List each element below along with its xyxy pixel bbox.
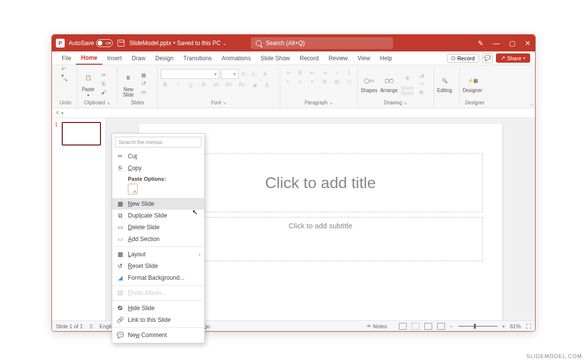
menu-layout[interactable]: ▦Layout›: [112, 248, 204, 260]
shapes-button[interactable]: ◯▭Shapes: [361, 74, 377, 93]
drawing-dialog-launcher[interactable]: ↘: [403, 100, 407, 105]
smartart-button[interactable]: ◫: [344, 78, 353, 85]
font-size-combo[interactable]: ▾: [221, 69, 239, 79]
pen-icon[interactable]: ✎: [477, 40, 484, 47]
filename[interactable]: SlideModel.pptx: [129, 40, 171, 47]
title-placeholder[interactable]: Click to add title: [158, 153, 483, 212]
minimize-button[interactable]: —: [493, 40, 500, 47]
shadow-button[interactable]: ab: [212, 81, 220, 88]
increase-font-button[interactable]: A↑: [240, 71, 249, 77]
menu-cut[interactable]: ✂Cut: [112, 150, 204, 162]
record-button[interactable]: Record: [447, 54, 479, 63]
tab-file[interactable]: File: [57, 51, 76, 65]
italic-button[interactable]: I: [173, 81, 182, 88]
fit-to-window-button[interactable]: ⛶: [526, 323, 531, 329]
slide-thumbnail-1[interactable]: [62, 122, 101, 146]
tab-design[interactable]: Design: [150, 51, 178, 65]
bold-button[interactable]: B: [161, 81, 170, 88]
zoom-in-button[interactable]: +: [502, 323, 505, 329]
qa-customize-button[interactable]: ⇱ ▾: [56, 111, 64, 116]
menu-duplicate-slide[interactable]: ⧉Duplicate Slide: [112, 210, 204, 221]
numbering-button[interactable]: ≣: [295, 69, 304, 76]
paste-option-keep-text[interactable]: [128, 184, 138, 194]
menu-search-input[interactable]: Search the menus: [115, 137, 201, 147]
section-button[interactable]: ▭: [139, 89, 148, 96]
font-family-combo[interactable]: ▾: [161, 69, 220, 79]
menu-new-comment[interactable]: 💬New Comment: [112, 329, 204, 341]
tab-view[interactable]: View: [353, 51, 375, 65]
copy-button[interactable]: ⎘: [99, 80, 108, 87]
columns-button[interactable]: ▥: [332, 78, 341, 85]
clear-format-button[interactable]: A̷: [261, 71, 270, 77]
bullets-button[interactable]: ≔: [283, 69, 292, 76]
notes-button[interactable]: ≐Notes: [367, 323, 387, 329]
underline-button[interactable]: U: [186, 81, 195, 88]
paste-button[interactable]: 📋 Paste ▾: [80, 70, 96, 97]
chevron-down-icon[interactable]: ⌄: [222, 41, 226, 46]
tab-slideshow[interactable]: Slide Show: [256, 51, 295, 65]
tab-draw[interactable]: Draw: [127, 51, 150, 65]
collapse-ribbon-button[interactable]: ⌵: [530, 101, 533, 107]
highlight-button[interactable]: ◢: [250, 81, 259, 88]
menu-add-section[interactable]: ▭Add Section: [112, 233, 204, 245]
new-slide-button[interactable]: 🗎 New Slide: [121, 70, 136, 97]
subtitle-placeholder[interactable]: Click to add subtitle: [158, 217, 483, 261]
shape-effects-button[interactable]: ◉: [417, 89, 426, 96]
font-dialog-launcher[interactable]: ↘: [222, 100, 226, 105]
comments-button[interactable]: 💬: [482, 53, 493, 63]
undo-button[interactable]: ↶ ▾: [61, 69, 70, 76]
save-icon[interactable]: [118, 40, 124, 47]
format-painter-button[interactable]: 🖌: [99, 89, 108, 96]
reset-button[interactable]: ↺: [139, 80, 148, 87]
autosave-toggle[interactable]: Off: [96, 39, 113, 47]
menu-new-slide[interactable]: ▦New Slide: [112, 198, 204, 210]
zoom-level[interactable]: 61%: [510, 323, 521, 329]
tab-review[interactable]: Review: [323, 51, 352, 65]
redo-button[interactable]: ↷: [61, 77, 70, 84]
menu-copy[interactable]: ⎘Copy: [112, 162, 204, 174]
font-color-button[interactable]: A: [263, 81, 271, 88]
increase-indent-button[interactable]: ⇥: [320, 69, 329, 76]
paragraph-dialog-launcher[interactable]: ↘: [329, 100, 333, 105]
tab-animations[interactable]: Animations: [217, 51, 255, 65]
share-button[interactable]: ↗Share▾: [496, 53, 530, 63]
search-input[interactable]: Search (Alt+Q): [251, 37, 393, 49]
close-button[interactable]: ✕: [524, 40, 531, 47]
text-direction-button[interactable]: ↧: [344, 69, 353, 76]
tab-help[interactable]: Help: [375, 51, 397, 65]
thumbnail-row-1[interactable]: 1: [55, 122, 102, 146]
tab-transitions[interactable]: Transitions: [178, 51, 217, 65]
tab-record[interactable]: Record: [295, 51, 324, 65]
decrease-font-button[interactable]: A↓: [250, 71, 259, 77]
editing-button[interactable]: 🔍Editing: [437, 74, 452, 93]
shape-fill-button[interactable]: ◢: [417, 72, 426, 79]
tab-insert[interactable]: Insert: [102, 51, 127, 65]
align-left-button[interactable]: ≡: [283, 78, 292, 85]
menu-hide-slide[interactable]: 🛇Hide Slide: [112, 302, 204, 314]
strikethrough-button[interactable]: S̶: [199, 81, 208, 88]
slideshow-view-button[interactable]: [437, 323, 445, 330]
decrease-indent-button[interactable]: ⇤: [308, 69, 317, 76]
accessibility-icon[interactable]: ▯: [90, 323, 93, 329]
zoom-out-button[interactable]: −: [450, 323, 453, 329]
layout-button[interactable]: ▦: [139, 72, 148, 79]
tab-home[interactable]: Home: [76, 51, 102, 65]
justify-button[interactable]: ≣: [320, 78, 329, 85]
slide-counter[interactable]: Slide 1 of 1: [56, 323, 83, 329]
char-spacing-button[interactable]: AV: [224, 81, 233, 88]
slide-sorter-view-button[interactable]: [412, 323, 419, 330]
line-spacing-button[interactable]: ↕: [332, 69, 341, 76]
align-center-button[interactable]: ≡: [295, 78, 304, 85]
slide-thumbnail-panel[interactable]: 1: [52, 118, 106, 320]
shape-outline-button[interactable]: ▭: [417, 80, 426, 87]
reading-view-button[interactable]: [424, 323, 432, 330]
maximize-button[interactable]: ▢: [509, 40, 515, 47]
quick-styles-button[interactable]: ◉Quick Styles: [401, 72, 414, 96]
cut-button[interactable]: ✂: [99, 72, 108, 79]
designer-button[interactable]: ⚡▦Designer: [463, 74, 482, 93]
align-right-button[interactable]: ≡: [308, 78, 317, 85]
menu-format-background[interactable]: ◢Format Background...: [112, 272, 204, 284]
arrange-button[interactable]: ▢▢Arrange: [380, 74, 398, 93]
zoom-slider[interactable]: [458, 326, 497, 327]
normal-view-button[interactable]: [399, 323, 407, 330]
